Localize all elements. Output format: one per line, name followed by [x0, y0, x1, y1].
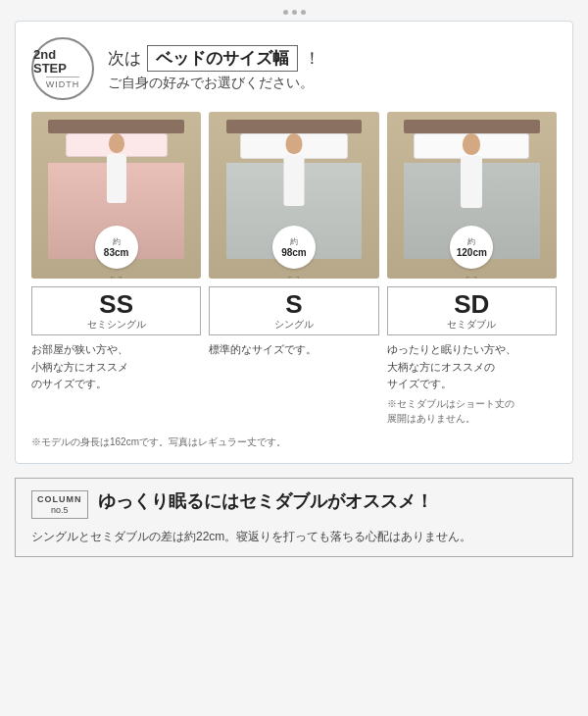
step-title-highlight: ベッドのサイズ幅 — [147, 45, 298, 72]
step-number: 2nd STEP — [33, 48, 92, 77]
column-label: COLUMN no.5 — [31, 490, 88, 519]
size-label-ss: SS セミシングル — [31, 286, 201, 335]
size-name-sd: セミダブル — [392, 318, 552, 332]
column-box: COLUMN no.5 ゆっくり眠るにはセミダブルがオススメ！ シングルとセミダ… — [15, 478, 573, 557]
beds-row: 約 83cm SS セミシングル お部屋が狭い方や、 小柄な方にオススメ のサイ… — [31, 112, 557, 426]
bed-image-ss: 約 83cm — [31, 112, 201, 279]
width-approx-sd: 約 — [467, 236, 475, 247]
size-name-s: シングル — [214, 318, 373, 332]
step-title-prefix: 次は — [108, 47, 141, 70]
step-badge: 2nd STEP WIDTH — [31, 37, 94, 100]
width-badge-s: 約 98cm — [272, 226, 316, 269]
model-note: ※モデルの身長は162cmです。写真はレギュラー丈です。 — [31, 435, 557, 449]
bed-image-s: 約 98cm — [209, 112, 378, 279]
width-value-ss: 83cm — [104, 247, 129, 258]
bed-item-ss: 約 83cm SS セミシングル お部屋が狭い方や、 小柄な方にオススメ のサイ… — [31, 112, 201, 426]
size-code-s: S — [214, 291, 373, 317]
step-subtitle: ご自身の好みでお選びください。 — [108, 75, 320, 92]
column-body: シングルとセミダブルの差は約22cm。寝返りを打っても落ちる心配はありません。 — [31, 527, 557, 546]
size-code-ss: SS — [36, 291, 196, 317]
top-dots — [283, 0, 306, 21]
size-name-ss: セミシングル — [36, 318, 196, 332]
width-approx-ss: 約 — [113, 236, 121, 247]
step-title-line: 次は ベッドのサイズ幅 ！ — [108, 45, 320, 72]
width-value-sd: 120cm — [457, 247, 487, 258]
person-ss — [107, 133, 126, 203]
step-header: 2nd STEP WIDTH 次は ベッドのサイズ幅 ！ ご自身の好みでお選びく… — [31, 37, 557, 100]
width-value-s: 98cm — [281, 247, 307, 258]
bed-item-sd: 約 120cm SD セミダブル ゆったりと眠りたい方や、 大柄な方にオススメの… — [387, 112, 557, 426]
size-desc-s: 標準的なサイズです。 — [209, 341, 378, 359]
person-sd — [461, 133, 482, 208]
size-desc-ss: お部屋が狭い方や、 小柄な方にオススメ のサイズです。 — [31, 341, 201, 393]
size-label-s: S シングル — [209, 286, 378, 335]
column-label-text: COLUMN — [37, 494, 82, 504]
bed-image-sd: 約 120cm — [387, 112, 557, 279]
person-s — [283, 133, 304, 206]
column-title: ゆっくり眠るにはセミダブルがオススメ！ — [98, 490, 433, 513]
size-desc-sd: ゆったりと眠りたい方や、 大柄な方にオススメの サイズです。 — [387, 341, 557, 393]
width-approx-s: 約 — [290, 236, 298, 247]
bed-item-s: 約 98cm S シングル 標準的なサイズです。 — [209, 112, 378, 426]
size-code-sd: SD — [392, 291, 552, 317]
step-title-suffix: ！ — [304, 47, 320, 70]
width-badge-sd: 約 120cm — [450, 226, 493, 269]
size-note-sd: ※セミダブルはショート丈の 展開はありません。 — [387, 396, 557, 426]
step-title-area: 次は ベッドのサイズ幅 ！ ご自身の好みでお選びください。 — [108, 45, 320, 92]
column-header: COLUMN no.5 ゆっくり眠るにはセミダブルがオススメ！ — [31, 490, 557, 519]
width-badge-ss: 約 83cm — [95, 226, 138, 269]
main-card: 2nd STEP WIDTH 次は ベッドのサイズ幅 ！ ご自身の好みでお選びく… — [15, 21, 573, 464]
step-width: WIDTH — [46, 77, 80, 89]
column-label-no: no.5 — [37, 505, 82, 515]
size-label-sd: SD セミダブル — [387, 286, 557, 335]
